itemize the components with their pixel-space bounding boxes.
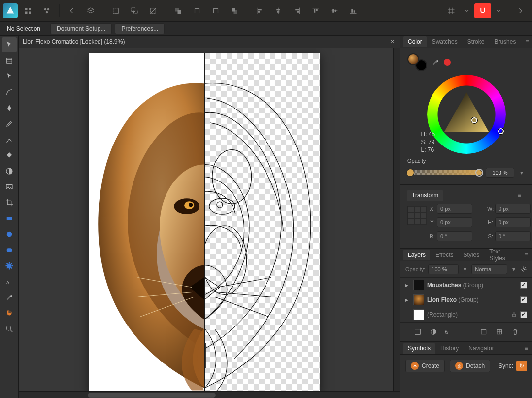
transparency-tool-icon[interactable] [2, 164, 17, 179]
opacity-value[interactable]: 100 % [486, 168, 514, 178]
fill-tool-icon[interactable] [2, 148, 17, 163]
opacity-stepper-icon[interactable]: ▾ [518, 169, 525, 176]
persona-pixel-icon[interactable] [38, 3, 55, 18]
tab-effects[interactable]: Effects [431, 250, 458, 260]
vector-brush-tool-icon[interactable] [2, 132, 17, 147]
svg-rect-70 [481, 329, 486, 334]
grid-dropdown-icon[interactable] [462, 3, 472, 18]
preferences-button[interactable]: Preferences... [115, 23, 165, 34]
deselect-icon[interactable] [145, 3, 162, 18]
align-hcenter-icon[interactable] [270, 3, 287, 18]
layer-row[interactable]: ▸ Moustaches (Group) [400, 278, 532, 292]
artboard-tool-icon[interactable] [2, 53, 17, 68]
adjustment-icon[interactable] [428, 326, 439, 337]
align-left-icon[interactable] [251, 3, 268, 18]
snapping-icon[interactable] [474, 3, 491, 18]
layer-row[interactable]: ▸ (Rectangle) [400, 307, 532, 322]
align-top-icon[interactable] [307, 3, 324, 18]
tab-swatches[interactable]: Swatches [428, 36, 462, 47]
tab-layers[interactable]: Layers [403, 250, 430, 260]
tab-symbols[interactable]: Symbols [403, 343, 435, 354]
eyedropper-icon[interactable] [431, 58, 440, 67]
pencil-tool-icon[interactable] [2, 116, 17, 131]
place-image-tool-icon[interactable] [2, 180, 17, 194]
canvas[interactable]: Vector [19, 48, 400, 391]
move-backward-icon[interactable] [189, 3, 205, 18]
colour-picker-tool-icon[interactable] [2, 290, 17, 305]
add-layer-icon[interactable] [478, 326, 490, 337]
tab-styles[interactable]: Styles [459, 250, 484, 260]
detach-symbol-button[interactable]: ⎋Detach [450, 360, 490, 372]
artistic-text-tool-icon[interactable]: A [2, 274, 17, 289]
document-tab[interactable]: Lion Flexo Cromatico [Locked] (18.9%) × [19, 36, 400, 48]
panel-menu-icon[interactable]: ≡ [521, 36, 532, 47]
back-icon[interactable] [64, 3, 80, 18]
select-same-icon[interactable] [126, 3, 143, 18]
grid-icon[interactable] [443, 3, 460, 18]
color-wheel[interactable]: H: 45 S: 79 L: 76 [422, 75, 511, 154]
disclosure-icon[interactable]: ▸ [405, 296, 410, 303]
select-all-icon[interactable] [107, 3, 124, 18]
persona-designer-icon[interactable] [20, 3, 36, 18]
visibility-checkbox[interactable] [520, 296, 527, 303]
node-tool-icon[interactable] [2, 69, 17, 84]
vertical-scrollbar[interactable] [393, 48, 400, 391]
visibility-checkbox[interactable] [520, 282, 527, 289]
sync-toggle[interactable]: ↻ [516, 361, 527, 371]
view-tool-icon[interactable] [2, 306, 17, 321]
opacity-slider[interactable] [407, 170, 482, 175]
zoom-tool-icon[interactable] [2, 322, 17, 336]
cog-tool-icon[interactable] [2, 258, 17, 273]
pen-tool-icon[interactable] [2, 101, 17, 115]
tab-transform[interactable]: Transform [407, 190, 443, 201]
tab-navigator[interactable]: Navigator [464, 343, 498, 354]
tab-color[interactable]: Color [403, 36, 427, 47]
more-tools-icon[interactable] [512, 3, 529, 18]
layers-icon[interactable] [82, 3, 99, 18]
anchor-picker[interactable] [407, 206, 427, 225]
rounded-rect-tool-icon[interactable] [2, 243, 17, 257]
sample-dot-icon[interactable] [444, 59, 451, 66]
lock-icon[interactable] [511, 311, 517, 318]
transform-y-input[interactable]: 0 px [437, 217, 472, 227]
create-symbol-button[interactable]: ✶Create [405, 360, 445, 372]
fill-stroke-swatch[interactable] [407, 53, 427, 71]
panel-menu-icon[interactable]: ≡ [521, 343, 532, 354]
layer-opacity-input[interactable]: 100 % [428, 264, 459, 274]
document-setup-button[interactable]: Document Setup... [50, 23, 112, 34]
align-bottom-icon[interactable] [345, 3, 362, 18]
panel-menu-icon[interactable]: ≡ [521, 250, 532, 260]
mask-icon[interactable] [412, 326, 424, 337]
disclosure-icon[interactable]: ▸ [405, 282, 410, 289]
crop-tool-icon[interactable] [2, 195, 17, 210]
ellipse-tool-icon[interactable] [2, 227, 17, 242]
gear-icon[interactable] [520, 266, 527, 273]
move-forward-icon[interactable] [207, 3, 224, 18]
blend-mode-select[interactable]: Normal [471, 264, 507, 274]
transform-w-input[interactable]: 0 px [495, 204, 531, 214]
transform-h-input[interactable]: 0 px [495, 217, 531, 227]
align-right-icon[interactable] [289, 3, 305, 18]
close-document-icon[interactable]: × [389, 38, 396, 45]
transform-x-input[interactable]: 0 px [437, 204, 472, 214]
align-vcenter-icon[interactable] [326, 3, 343, 18]
snapping-dropdown-icon[interactable] [493, 3, 504, 18]
move-back-icon[interactable] [170, 3, 187, 18]
transform-s-input[interactable]: 0 ° [495, 231, 531, 241]
transform-r-input[interactable]: 0 ° [437, 231, 472, 241]
move-front-icon[interactable] [226, 3, 243, 18]
rectangle-tool-icon[interactable] [2, 211, 17, 226]
horizontal-scrollbar[interactable] [19, 391, 400, 398]
fx-icon[interactable]: fx [443, 326, 455, 337]
panel-menu-icon[interactable]: ≡ [514, 190, 525, 201]
tab-history[interactable]: History [436, 343, 463, 354]
move-tool-icon[interactable] [2, 37, 17, 52]
tab-stroke[interactable]: Stroke [463, 36, 489, 47]
add-pixel-layer-icon[interactable] [494, 326, 505, 337]
corner-tool-icon[interactable] [2, 85, 17, 100]
tab-brushes[interactable]: Brushes [490, 36, 520, 47]
svg-point-43 [6, 232, 12, 237]
layer-row[interactable]: ▸ Lion Flexo (Group) [400, 292, 532, 307]
visibility-checkbox[interactable] [520, 311, 527, 318]
delete-layer-icon[interactable] [509, 326, 521, 337]
